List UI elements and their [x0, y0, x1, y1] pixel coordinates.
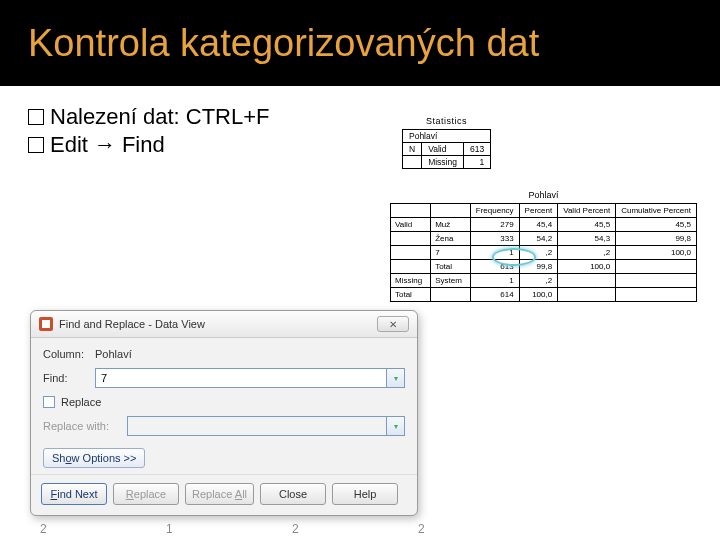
- statistics-heading: Statistics: [402, 116, 491, 126]
- replace-checkbox[interactable]: [43, 396, 55, 408]
- replace-with-label: Replace with:: [43, 420, 121, 432]
- frequency-table-block: Pohlaví Frequency Percent Valid Percent …: [390, 190, 697, 302]
- dialog-title: Find and Replace - Data View: [59, 318, 377, 330]
- background-numbers: 2 1 2 2: [40, 522, 483, 536]
- show-options-button[interactable]: Show Options >>: [43, 448, 145, 468]
- bullet-1-text: Nalezení dat: CTRL+F: [50, 104, 269, 130]
- frequency-heading: Pohlaví: [390, 190, 697, 200]
- table-row: Total614100,0: [391, 288, 697, 302]
- bullet-2: Edit → Find: [28, 132, 692, 158]
- table-header-row: Frequency Percent Valid Percent Cumulati…: [391, 204, 697, 218]
- slide-title-bar: Kontrola kategorizovaných dat: [0, 0, 720, 86]
- column-row: Column: Pohlaví: [43, 348, 405, 360]
- chevron-down-icon: ▾: [387, 416, 405, 436]
- arrow-icon: →: [94, 132, 116, 158]
- bullet-square-icon: [28, 137, 44, 153]
- find-replace-dialog: Find and Replace - Data View ✕ Column: P…: [30, 310, 418, 516]
- table-row: Missing 1: [403, 156, 491, 169]
- table-row: 71,2,2100,0: [391, 246, 697, 260]
- replace-with-input: [127, 416, 387, 436]
- dialog-button-row: Find Next Replace Replace All Close Help: [31, 474, 417, 515]
- chevron-down-icon[interactable]: ▾: [387, 368, 405, 388]
- dialog-titlebar[interactable]: Find and Replace - Data View ✕: [31, 311, 417, 338]
- frequency-table: Frequency Percent Valid Percent Cumulati…: [390, 203, 697, 302]
- replace-with-row: Replace with: ▾: [43, 416, 405, 436]
- table-row: N Valid 613: [403, 143, 491, 156]
- replace-checkbox-label: Replace: [61, 396, 101, 408]
- find-next-button[interactable]: Find Next: [41, 483, 107, 505]
- find-row: Find: ▾: [43, 368, 405, 388]
- bullet-list: Nalezení dat: CTRL+F Edit → Find: [28, 104, 692, 158]
- statistics-var: Pohlaví: [403, 130, 491, 143]
- show-options-row: Show Options >>: [43, 444, 405, 468]
- statistics-table-block: Statistics Pohlaví N Valid 613 Missing 1: [402, 116, 491, 169]
- table-row: Total61399,8100,0: [391, 260, 697, 274]
- help-button[interactable]: Help: [332, 483, 398, 505]
- close-icon[interactable]: ✕: [377, 316, 409, 332]
- statistics-table: Pohlaví N Valid 613 Missing 1: [402, 129, 491, 169]
- bullet-1: Nalezení dat: CTRL+F: [28, 104, 692, 130]
- bullet-2-edit: Edit: [50, 132, 88, 158]
- find-input[interactable]: [95, 368, 387, 388]
- column-value: Pohlaví: [95, 348, 132, 360]
- bullet-2-find: Find: [122, 132, 165, 158]
- dialog-body: Column: Pohlaví Find: ▾ Replace Replace …: [31, 338, 417, 474]
- bullet-square-icon: [28, 109, 44, 125]
- column-label: Column:: [43, 348, 89, 360]
- table-row: Žena33354,254,399,8: [391, 232, 697, 246]
- replace-button: Replace: [113, 483, 179, 505]
- table-row: ValidMuž27945,445,545,5: [391, 218, 697, 232]
- highlight-ellipse-icon: [492, 248, 536, 266]
- replace-checkbox-row: Replace: [43, 396, 405, 408]
- slide-content: Nalezení dat: CTRL+F Edit → Find: [0, 86, 720, 178]
- find-label: Find:: [43, 372, 89, 384]
- app-icon: [39, 317, 53, 331]
- replace-all-button: Replace All: [185, 483, 254, 505]
- slide-title: Kontrola kategorizovaných dat: [28, 22, 539, 65]
- table-row: MissingSystem1,2: [391, 274, 697, 288]
- close-button[interactable]: Close: [260, 483, 326, 505]
